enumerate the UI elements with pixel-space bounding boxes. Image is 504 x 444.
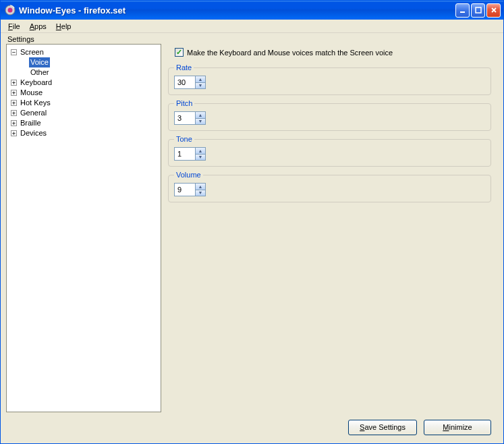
rate-spinner[interactable]: ▲ ▼ [174, 76, 206, 89]
chevron-up-icon: ▲ [198, 77, 203, 82]
pitch-up-button[interactable]: ▲ [195, 112, 205, 118]
app-icon [5, 5, 16, 16]
match-voices-checkbox[interactable]: ✓ [175, 48, 184, 57]
volume-spinner[interactable]: ▲ ▼ [174, 183, 206, 196]
menu-apps[interactable]: Apps [25, 21, 51, 32]
main-panel: ✓ Make the Keyboard and Mouse voices mat… [168, 44, 498, 412]
tone-legend: Tone [174, 135, 194, 143]
tree-item-keyboard[interactable]: Keyboard [19, 78, 53, 88]
tree-item-other[interactable]: Other [29, 67, 51, 78]
expand-icon[interactable]: + [11, 120, 17, 126]
tone-input[interactable] [175, 148, 195, 160]
pitch-legend: Pitch [174, 99, 194, 107]
volume-input[interactable] [175, 184, 195, 196]
chevron-up-icon: ▲ [198, 184, 203, 189]
tree-item-voice[interactable]: Voice [29, 57, 50, 67]
pitch-input[interactable] [175, 112, 195, 124]
rate-group: Rate ▲ ▼ [168, 63, 491, 95]
volume-down-button[interactable]: ▼ [195, 190, 205, 196]
volume-group: Volume ▲ ▼ [168, 171, 491, 202]
settings-heading: Settings [1, 33, 503, 44]
volume-legend: Volume [174, 171, 203, 179]
svg-rect-2 [460, 11, 465, 13]
chevron-up-icon: ▲ [198, 113, 203, 117]
expand-icon[interactable]: + [11, 130, 17, 136]
chevron-down-icon: ▼ [198, 155, 203, 159]
pitch-down-button[interactable]: ▼ [195, 118, 205, 125]
expand-icon[interactable]: + [11, 80, 17, 86]
pitch-spinner[interactable]: ▲ ▼ [174, 111, 206, 125]
tree-item-hotkeys[interactable]: Hot Keys [19, 98, 52, 108]
tree-item-mouse[interactable]: Mouse [19, 88, 44, 98]
rate-down-button[interactable]: ▼ [195, 82, 205, 89]
tree-item-devices[interactable]: Devices [19, 128, 48, 138]
settings-tree[interactable]: − Screen Voice Other [6, 44, 161, 412]
chevron-down-icon: ▼ [198, 83, 203, 88]
maximize-window-button[interactable] [471, 3, 485, 18]
tone-down-button[interactable]: ▼ [195, 154, 205, 161]
expand-icon[interactable]: + [11, 100, 17, 106]
collapse-icon[interactable]: − [11, 49, 17, 55]
match-voices-label: Make the Keyboard and Mouse voices match… [187, 49, 393, 57]
minimize-button[interactable]: Minimize [424, 420, 491, 435]
pitch-group: Pitch ▲ ▼ [168, 99, 491, 131]
close-window-button[interactable] [486, 3, 501, 18]
menu-file[interactable]: File [3, 21, 25, 32]
volume-up-button[interactable]: ▲ [195, 184, 205, 190]
tone-spinner[interactable]: ▲ ▼ [174, 147, 206, 161]
tree-item-braille[interactable]: Braille [19, 118, 43, 128]
rate-up-button[interactable]: ▲ [195, 76, 205, 82]
rate-legend: Rate [174, 63, 194, 72]
svg-point-1 [8, 8, 13, 13]
tone-group: Tone ▲ ▼ [168, 135, 491, 167]
svg-rect-3 [476, 7, 481, 13]
tone-up-button[interactable]: ▲ [195, 148, 205, 154]
menubar: File Apps Help [1, 20, 503, 33]
check-icon: ✓ [176, 49, 182, 56]
tree-item-general[interactable]: General [19, 108, 48, 118]
titlebar: Window-Eyes - firefox.set [1, 1, 503, 20]
tree-item-screen[interactable]: Screen [19, 47, 45, 57]
chevron-down-icon: ▼ [198, 119, 203, 123]
window-title: Window-Eyes - firefox.set [19, 5, 455, 16]
minimize-window-button[interactable] [455, 3, 470, 18]
expand-icon[interactable]: + [11, 90, 17, 96]
chevron-down-icon: ▼ [198, 190, 203, 195]
rate-input[interactable] [175, 76, 195, 88]
expand-icon[interactable]: + [11, 110, 17, 116]
chevron-up-icon: ▲ [198, 148, 203, 153]
save-settings-button[interactable]: Save Settings [348, 420, 417, 435]
menu-help[interactable]: Help [51, 21, 76, 32]
